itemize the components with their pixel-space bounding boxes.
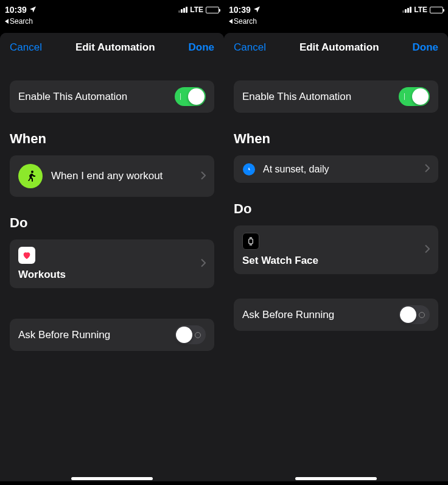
clock-icon [243,163,255,175]
cancel-button[interactable]: Cancel [10,41,42,54]
enable-label: Enable This Automation [18,91,127,103]
when-text: When I end any workout [51,170,192,182]
workout-icon [18,164,43,188]
network-label: LTE [414,5,427,14]
breadcrumb-label: Search [234,17,257,26]
battery-icon [430,7,443,13]
phone-right: 10:39 LTE Search Cancel Edit Automation … [224,0,448,485]
breadcrumb-back[interactable]: Search [224,16,448,26]
chevron-icon [425,244,430,257]
when-card[interactable]: When I end any workout [10,155,214,197]
location-icon [253,5,261,15]
svg-rect-2 [249,239,253,244]
chevron-icon [425,163,430,175]
status-time: 10:39 [5,5,27,15]
svg-point-0 [31,171,33,173]
ask-label: Ask Before Running [18,329,110,341]
chevron-icon [201,170,206,183]
do-title: Do [10,215,214,231]
ask-toggle[interactable] [399,305,430,324]
status-bar: 10:39 LTE [0,4,224,16]
ask-label: Ask Before Running [242,309,334,321]
enable-toggle[interactable] [399,87,430,106]
battery-icon [206,7,219,13]
when-title: When [234,131,438,147]
do-text: Set Watch Face [242,255,430,267]
do-card[interactable]: Set Watch Face [234,225,438,274]
health-icon [18,247,35,264]
signal-icon [402,7,411,13]
when-title: When [10,131,214,147]
ask-row: Ask Before Running [234,299,438,331]
back-icon [229,19,233,24]
nav-bar: Cancel Edit Automation Done [224,33,448,60]
nav-title: Edit Automation [75,41,155,54]
done-button[interactable]: Done [413,41,439,54]
enable-row: Enable This Automation [234,80,438,113]
ask-toggle[interactable] [175,325,206,344]
do-card[interactable]: Workouts [10,239,214,288]
ask-row: Ask Before Running [10,319,214,351]
location-icon [29,5,37,15]
sheet: Cancel Edit Automation Done Enable This … [224,33,448,481]
home-indicator[interactable] [295,477,377,480]
breadcrumb-label: Search [10,17,33,26]
nav-bar: Cancel Edit Automation Done [0,33,224,60]
when-text: At sunset, daily [263,164,418,175]
home-indicator[interactable] [71,477,153,480]
enable-toggle[interactable] [175,87,206,106]
nav-title: Edit Automation [299,41,379,54]
sheet: Cancel Edit Automation Done Enable This … [0,33,224,481]
cancel-button[interactable]: Cancel [234,41,266,54]
watch-icon [242,233,259,250]
chevron-icon [201,258,206,271]
breadcrumb-back[interactable]: Search [0,16,224,26]
phone-left: 10:39 LTE Search Cancel Edit Automation … [0,0,224,485]
enable-row: Enable This Automation [10,80,214,113]
do-title: Do [234,201,438,217]
enable-label: Enable This Automation [242,91,351,103]
when-card[interactable]: At sunset, daily [234,155,438,183]
network-label: LTE [190,5,203,14]
back-icon [5,19,9,24]
signal-icon [178,7,187,13]
status-bar: 10:39 LTE [224,4,448,16]
status-time: 10:39 [229,5,251,15]
do-text: Workouts [18,269,206,281]
done-button[interactable]: Done [189,41,215,54]
